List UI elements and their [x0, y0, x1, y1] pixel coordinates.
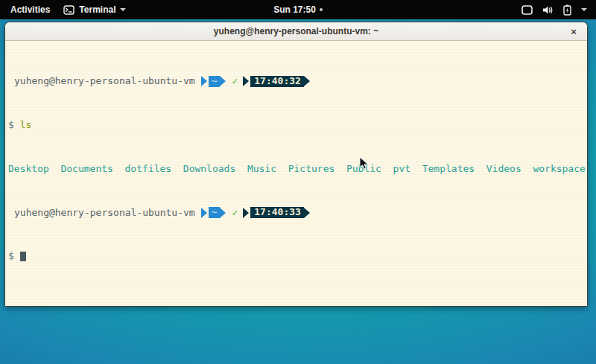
system-status-area[interactable] [522, 4, 596, 16]
prompt-char: $ [8, 120, 14, 131]
activities-button[interactable]: Activities [7, 3, 53, 16]
terminal-content[interactable]: yuheng@henry-personal-ubuntu-vm ~ ✓ 17:4… [5, 41, 587, 307]
topbar-left: Activities Terminal [0, 3, 126, 16]
powerline-arrow-icon [220, 76, 226, 86]
terminal-icon [63, 5, 74, 15]
command-line: $ ls [8, 120, 584, 131]
prompt-path-segment: ~ [209, 76, 221, 87]
screen-icon [522, 5, 533, 15]
prompt-time-segment: 17:40:32 [250, 76, 304, 87]
clock-button[interactable]: Sun 17:50 [273, 4, 316, 15]
app-menu-label: Terminal [79, 4, 115, 15]
ls-output: Desktop Documents dotfiles Downloads Mus… [8, 164, 584, 175]
powerline-arrow-icon [243, 208, 249, 218]
command-text: ls [20, 120, 32, 131]
input-line[interactable]: $ [8, 251, 584, 262]
powerline-arrow-icon [220, 208, 226, 218]
prompt-line-2: yuheng@henry-personal-ubuntu-vm ~ ✓ 17:4… [8, 208, 584, 219]
desktop-background: Activities Terminal Sun 17:50 [0, 0, 596, 364]
prompt-char: $ [8, 251, 14, 262]
window-title: yuheng@henry-personal-ubuntu-vm: ~ [214, 26, 378, 36]
app-menu-terminal[interactable]: Terminal [63, 4, 126, 15]
powerline-arrow-icon [304, 76, 310, 86]
gnome-top-bar: Activities Terminal Sun 17:50 [0, 0, 596, 19]
prompt-host: yuheng@henry-personal-ubuntu-vm [14, 76, 195, 87]
chevron-down-icon [120, 8, 126, 11]
chevron-down-icon [581, 8, 587, 11]
powerline-arrow-icon [201, 76, 207, 86]
prompt-path-segment: ~ [209, 207, 221, 218]
close-icon[interactable]: × [565, 22, 583, 41]
terminal-window: yuheng@henry-personal-ubuntu-vm: ~ × yuh… [4, 22, 588, 307]
prompt-host: yuheng@henry-personal-ubuntu-vm [14, 208, 195, 219]
status-check-icon: ✓ [232, 208, 238, 219]
prompt-line-1: yuheng@henry-personal-ubuntu-vm ~ ✓ 17:4… [8, 76, 584, 87]
status-check-icon: ✓ [232, 76, 238, 87]
powerline-arrow-icon [201, 208, 207, 218]
window-titlebar[interactable]: yuheng@henry-personal-ubuntu-vm: ~ × [5, 22, 587, 41]
battery-charging-icon [563, 4, 571, 16]
powerline-arrow-icon [243, 76, 249, 86]
terminal-cursor [20, 252, 26, 261]
powerline-arrow-icon [304, 208, 310, 218]
notification-dot-icon [320, 8, 323, 11]
prompt-time-segment: 17:40:33 [250, 207, 304, 218]
volume-icon [542, 5, 554, 15]
